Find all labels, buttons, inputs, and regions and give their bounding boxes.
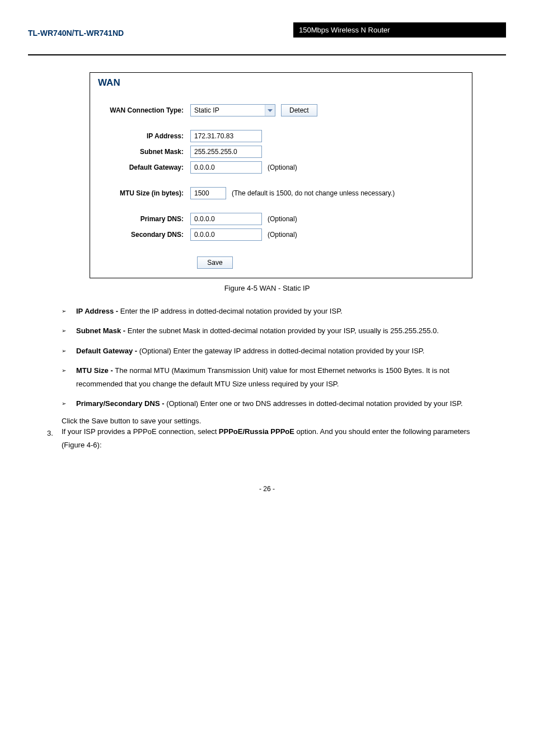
- mask-label: Subnet Mask:: [98, 148, 190, 156]
- bullet-icon: ➢: [62, 397, 76, 410]
- dns1-input[interactable]: [190, 213, 262, 225]
- list-item: ➢ Primary/Secondary DNS - (Optional) Ent…: [62, 397, 484, 410]
- list-item: ➢ Subnet Mask - Enter the subnet Mask in…: [62, 324, 484, 337]
- conn-type-select[interactable]: Static IP: [190, 104, 275, 116]
- mtu-input[interactable]: [190, 187, 226, 199]
- doc-title: 150Mbps Wireless N Router: [293, 22, 506, 38]
- save-button[interactable]: Save: [197, 256, 233, 269]
- panel-title: WAN: [98, 77, 464, 88]
- post-bullet-text: Click the Save button to save your setti…: [62, 417, 484, 425]
- ip-input[interactable]: [190, 130, 262, 142]
- bullet-icon: ➢: [62, 305, 76, 318]
- chevron-down-icon: [265, 105, 275, 116]
- conn-type-value: Static IP: [191, 106, 265, 114]
- mtu-label: MTU Size (in bytes):: [98, 189, 190, 197]
- dns1-label: Primary DNS:: [98, 215, 190, 223]
- dns2-optional-note: (Optional): [268, 231, 297, 239]
- list-item: ➢ Default Gateway - (Optional) Enter the…: [62, 344, 484, 357]
- numbered-item: 3. If your ISP provides a PPPoE connecti…: [47, 425, 484, 451]
- gw-input[interactable]: [190, 161, 262, 174]
- figure-caption: Figure 4-5 WAN - Static IP: [28, 284, 506, 292]
- gw-label: Default Gateway:: [98, 164, 190, 171]
- bullet-icon: ➢: [62, 344, 76, 357]
- bullet-icon: ➢: [62, 364, 76, 390]
- gw-optional-note: (Optional): [268, 164, 297, 171]
- doc-model: TL-WR740N/TL-WR741ND: [28, 29, 293, 38]
- wan-settings-panel: WAN WAN Connection Type: Static IP Detec…: [90, 72, 472, 278]
- mtu-note: (The default is 1500, do not change unle…: [232, 189, 395, 197]
- item-number: 3.: [47, 425, 62, 451]
- dns2-input[interactable]: [190, 228, 262, 241]
- dns1-optional-note: (Optional): [268, 215, 297, 223]
- bullet-icon: ➢: [62, 324, 76, 337]
- mask-input[interactable]: [190, 146, 262, 158]
- dns2-label: Secondary DNS:: [98, 231, 190, 239]
- bullet-list: ➢ IP Address - Enter the IP address in d…: [62, 305, 484, 451]
- list-item: ➢ IP Address - Enter the IP address in d…: [62, 305, 484, 318]
- conn-type-label: WAN Connection Type:: [98, 106, 190, 114]
- list-item: ➢ MTU Size - The normal MTU (Maximum Tra…: [62, 364, 484, 390]
- page-number: - 26 -: [28, 485, 506, 493]
- ip-label: IP Address:: [98, 132, 190, 140]
- detect-button[interactable]: Detect: [281, 104, 317, 116]
